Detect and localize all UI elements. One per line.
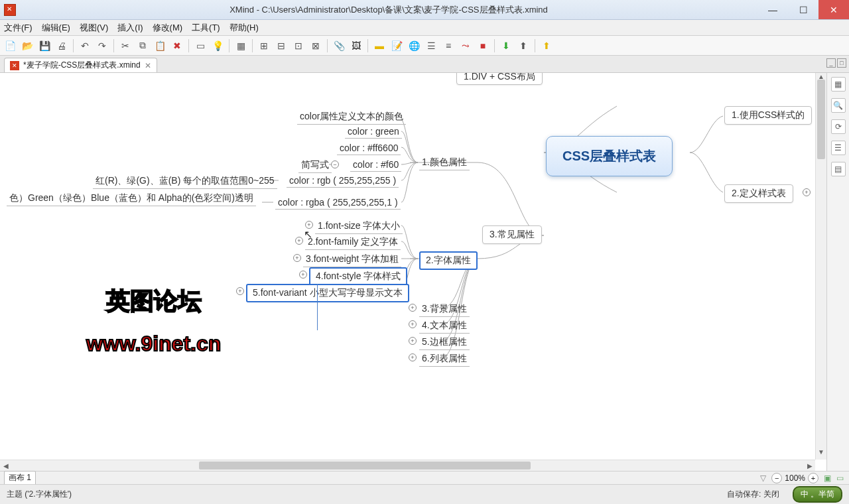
link-icon[interactable]: ⤳ — [458, 38, 473, 53]
redo-icon[interactable]: ↷ — [95, 38, 109, 53]
expander-list[interactable]: + — [409, 353, 417, 361]
import-icon[interactable]: ⬇ — [499, 38, 513, 53]
leaf-color-ff6600[interactable]: color : #ff6600 — [337, 141, 401, 155]
leaf-color-rgb[interactable]: color : rgb ( 255,255,255 ) — [287, 174, 399, 188]
expander-short[interactable]: − — [331, 160, 339, 168]
node-define-style[interactable]: 2.定义样式表 — [724, 184, 793, 203]
panel-icon-4[interactable]: ☰ — [831, 141, 846, 155]
filter-icon[interactable]: ▽ — [760, 473, 766, 483]
expander-border[interactable]: + — [409, 337, 417, 345]
document-tab[interactable]: ✕ *麦子学院-CSS层叠样式表.xmind ✕ — [4, 58, 157, 72]
list-icon[interactable]: ☰ — [424, 38, 438, 53]
leaf-text-attr[interactable]: 4.文本属性 — [419, 318, 470, 334]
leaf-bg-attr[interactable]: 3.背景属性 — [419, 302, 470, 317]
root-node[interactable]: CSS层叠样式表 — [546, 136, 673, 176]
vertical-scrollbar[interactable]: ▲▼ — [815, 73, 826, 460]
leaf-font-attr[interactable]: 2.字体属性 — [419, 251, 478, 270]
paste-icon[interactable]: 📋 — [153, 38, 167, 53]
node-div-css[interactable]: 1.DIV + CSS布局 — [456, 73, 543, 85]
menu-file[interactable]: 文件(F) — [4, 22, 33, 34]
menu-tools[interactable]: 工具(T) — [192, 22, 220, 34]
t2-icon[interactable]: ⊟ — [274, 38, 289, 53]
expander-text[interactable]: + — [409, 320, 417, 328]
minimize-button[interactable]: — — [757, 0, 788, 19]
outline-icon[interactable]: ≡ — [441, 38, 456, 53]
expander-f2[interactable]: + — [295, 237, 303, 245]
expander-f3[interactable]: + — [293, 254, 301, 262]
panel-icon-2[interactable]: 🔍 — [831, 98, 846, 113]
copy-icon[interactable]: ⧉ — [135, 38, 150, 53]
zoom-in-button[interactable]: + — [808, 473, 818, 483]
note-icon[interactable]: 📝 — [389, 38, 404, 53]
delete-icon[interactable]: ✖ — [170, 38, 184, 53]
leaf-list-attr[interactable]: 6.列表属性 — [419, 351, 470, 367]
menu-view[interactable]: 视图(V) — [80, 22, 108, 34]
idea-icon[interactable]: 💡 — [210, 38, 225, 53]
watermark-text-2: www.9inet.cn — [86, 332, 221, 356]
maximize-button[interactable]: ☐ — [788, 0, 818, 19]
zoom-fit-icon[interactable]: ▣ — [824, 473, 831, 483]
stop-icon[interactable]: ■ — [476, 38, 490, 53]
home-icon[interactable]: ⬆ — [539, 38, 554, 53]
leaf-shortform[interactable]: 简写式 — [298, 158, 332, 173]
save-icon[interactable]: 💾 — [37, 38, 52, 53]
new-icon[interactable]: 📄 — [3, 38, 17, 53]
cut-icon[interactable]: ✂ — [118, 38, 133, 53]
zoom-actual-icon[interactable]: ▭ — [836, 473, 844, 483]
ime-indicator[interactable]: 中 。半简 — [793, 486, 842, 503]
leaf-color-defines[interactable]: color属性定义文本的颜色 — [297, 109, 406, 125]
leaf-color-attr[interactable]: 1.颜色属性 — [419, 155, 470, 170]
undo-icon[interactable]: ↶ — [78, 38, 92, 53]
leaf-color-rgba[interactable]: color : rgba ( 255,255,255,1 ) — [275, 196, 401, 210]
menu-insert[interactable]: 插入(I) — [117, 22, 143, 34]
titlebar: XMind - C:\Users\Administrator\Desktop\备… — [0, 0, 849, 20]
leaf-rgb-range[interactable]: 红(R)、绿(G)、蓝(B) 每个的取值范围0~255 — [93, 174, 277, 189]
tab-min-icon[interactable]: _ — [826, 58, 836, 68]
leaf-color-green[interactable]: color : green — [345, 125, 402, 139]
menu-help[interactable]: 帮助(H) — [229, 22, 259, 34]
tab-max-icon[interactable]: □ — [837, 58, 846, 68]
sheet-tab[interactable]: 画布 1 — [4, 471, 36, 485]
attach-icon[interactable]: 📎 — [332, 38, 346, 53]
panel-icon-1[interactable]: ▦ — [831, 77, 846, 92]
leaf-font-family[interactable]: 2.font-family 定义字体 — [305, 235, 401, 250]
leaf-font-weight[interactable]: 3.font-weight 字体加粗 — [303, 252, 401, 267]
label-icon[interactable]: ▬ — [372, 38, 387, 53]
zoom-out-button[interactable]: − — [771, 473, 782, 483]
expander-f1[interactable]: + — [305, 221, 313, 229]
menu-modify[interactable]: 修改(M) — [153, 22, 183, 34]
node-icon[interactable]: ▦ — [233, 38, 248, 53]
leaf-border-attr[interactable]: 5.边框属性 — [419, 335, 470, 350]
leaf-font-size[interactable]: 1.font-size 字体大小 — [315, 219, 403, 234]
leaf-font-style[interactable]: 4.font-style 字体样式 — [309, 267, 407, 286]
t4-icon[interactable]: ⊠ — [308, 38, 323, 53]
expander-f5[interactable]: + — [236, 287, 244, 295]
leaf-alpha-desc[interactable]: 色）Green（绿色）Blue（蓝色）和 Alpha的(色彩空间)透明 — [7, 191, 256, 206]
export-icon[interactable]: ⬆ — [516, 38, 531, 53]
document-tabbar: ✕ *麦子学院-CSS层叠样式表.xmind ✕ _ □ — [0, 56, 849, 73]
image-icon[interactable]: 🖼 — [349, 38, 363, 53]
close-button[interactable]: ✕ — [818, 0, 849, 19]
app-icon — [4, 4, 16, 16]
panel-icon-5[interactable]: ▤ — [831, 162, 846, 176]
watermark-text-1: 英图论坛 — [106, 285, 202, 318]
t1-icon[interactable]: ⊞ — [257, 38, 271, 53]
horizontal-scrollbar[interactable]: ◀▶ — [0, 460, 815, 471]
tab-close-icon[interactable]: ✕ — [145, 61, 151, 70]
screen-icon[interactable]: ▭ — [193, 38, 208, 53]
expander-bg[interactable]: + — [409, 304, 417, 312]
web-icon[interactable]: 🌐 — [407, 38, 421, 53]
print-icon[interactable]: 🖨 — [54, 38, 69, 53]
node-use-css[interactable]: 1.使用CSS样式的 — [724, 106, 812, 125]
node-common-attrs[interactable]: 3.常见属性 — [482, 225, 542, 244]
expander-f4[interactable]: + — [299, 271, 307, 279]
mindmap-canvas[interactable]: 1.DIV + CSS布局 CSS层叠样式表 1.使用CSS样式的 2.定义样式… — [0, 73, 826, 471]
expander-define-style[interactable]: + — [803, 188, 811, 196]
open-icon[interactable]: 📂 — [20, 38, 34, 53]
drag-guide — [317, 284, 318, 330]
panel-icon-3[interactable]: ⟳ — [831, 119, 846, 134]
leaf-font-variant[interactable]: 5.font-variant 小型大写字母显示文本 — [246, 284, 409, 302]
t3-icon[interactable]: ⊡ — [291, 38, 306, 53]
leaf-color-f60[interactable]: color : #f60 — [350, 158, 401, 172]
menu-edit[interactable]: 编辑(E) — [42, 22, 70, 34]
